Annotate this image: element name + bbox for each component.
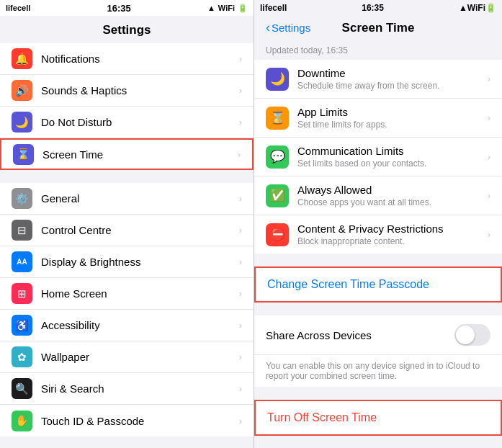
- notifications-chevron: ›: [239, 53, 242, 64]
- siri-chevron: ›: [239, 383, 242, 394]
- right-row-alwaysallowed[interactable]: ✅ Always Allowed Choose apps you want at…: [254, 176, 502, 215]
- applimits-title: App Limits: [297, 106, 488, 118]
- settings-row-display[interactable]: AA Display & Brightness ›: [0, 246, 254, 278]
- back-label: Settings: [272, 22, 310, 34]
- sounds-icon: 🔊: [12, 80, 32, 101]
- applimits-content: App Limits Set time limits for apps.: [297, 106, 488, 130]
- wallpaper-label: Wallpaper: [41, 351, 239, 363]
- touchid-label: Touch ID & Passcode: [41, 415, 239, 427]
- downtime-subtitle: Schedule time away from the screen.: [297, 81, 488, 91]
- controlcentre-label: Control Centre: [41, 224, 239, 236]
- contentprivacy-subtitle: Block inappropriate content.: [297, 236, 488, 246]
- siri-label: Siri & Search: [41, 382, 239, 395]
- screen-time-items-section: 🌙 Downtime Schedule time away from the s…: [254, 60, 502, 254]
- settings-row-homescreen[interactable]: ⊞ Home Screen ›: [0, 278, 254, 310]
- donotdisturb-icon: 🌙: [12, 112, 32, 133]
- controlcentre-chevron: ›: [239, 225, 242, 236]
- siri-icon: 🔍: [12, 378, 32, 399]
- sounds-chevron: ›: [239, 85, 242, 96]
- updated-text: Updated today, 16:35: [254, 41, 502, 60]
- settings-row-donotdisturb[interactable]: 🌙 Do Not Disturb ›: [0, 107, 254, 138]
- back-button[interactable]: ‹ Settings: [266, 20, 310, 35]
- general-chevron: ›: [239, 193, 242, 204]
- accessibility-chevron: ›: [239, 320, 242, 331]
- settings-row-wallpaper[interactable]: ✿ Wallpaper ›: [0, 341, 254, 373]
- contentprivacy-content: Content & Privacy Restrictions Block ina…: [297, 223, 488, 246]
- alwaysallowed-content: Always Allowed Choose apps you want at a…: [297, 184, 488, 207]
- settings-row-notifications[interactable]: 🔔 Notifications ›: [0, 43, 254, 75]
- right-nav-bar: ‹ Settings Screen Time: [254, 16, 502, 41]
- wifi-icon: WiFi: [218, 4, 235, 12]
- applimits-icon: ⌛: [266, 107, 289, 130]
- settings-row-siri[interactable]: 🔍 Siri & Search ›: [0, 373, 254, 405]
- contentprivacy-icon: ⛔: [266, 223, 289, 246]
- alwaysallowed-icon: ✅: [266, 184, 289, 207]
- homescreen-icon: ⊞: [12, 283, 32, 304]
- left-status-bar: lifecell 16:35 ▲ WiFi 🔋: [0, 0, 254, 16]
- share-section: Share Across Devices You can enable this…: [254, 315, 502, 387]
- settings-row-sounds[interactable]: 🔊 Sounds & Haptics ›: [0, 75, 254, 107]
- donotdisturb-label: Do Not Disturb: [41, 116, 239, 128]
- touchid-chevron: ›: [239, 416, 242, 426]
- left-nav-title: Settings: [0, 16, 254, 43]
- turn-off-row[interactable]: Turn Off Screen Time: [254, 400, 502, 436]
- share-row: Share Across Devices: [254, 315, 502, 355]
- right-row-downtime[interactable]: 🌙 Downtime Schedule time away from the s…: [254, 60, 502, 99]
- commlimits-chevron: ›: [488, 151, 490, 162]
- wallpaper-chevron: ›: [239, 351, 242, 362]
- turn-off-label: Turn Off Screen Time: [267, 411, 377, 424]
- section-group-middle: ⚙️ General › ⊟ Control Centre › AA Displ…: [0, 183, 254, 436]
- right-row-applimits[interactable]: ⌛ App Limits Set time limits for apps. ›: [254, 99, 502, 138]
- screentime-label: Screen Time: [42, 148, 238, 161]
- battery-icon: 🔋: [238, 4, 248, 13]
- share-label: Share Across Devices: [266, 329, 454, 341]
- turnoff-section: Turn Off Screen Time: [254, 400, 502, 436]
- touchid-icon: ✋: [12, 411, 32, 431]
- donotdisturb-chevron: ›: [239, 117, 242, 127]
- homescreen-chevron: ›: [239, 288, 242, 299]
- display-icon: AA: [12, 251, 32, 272]
- commlimits-content: Communication Limits Set limits based on…: [297, 145, 488, 169]
- downtime-title: Downtime: [297, 67, 488, 79]
- general-label: General: [41, 192, 239, 205]
- contentprivacy-title: Content & Privacy Restrictions: [297, 223, 488, 235]
- downtime-content: Downtime Schedule time away from the scr…: [297, 67, 488, 91]
- settings-row-accessibility[interactable]: ♿ Accessibility ›: [0, 310, 254, 341]
- notifications-icon: 🔔: [12, 48, 32, 69]
- change-passcode-label: Change Screen Time Passcode: [267, 278, 429, 290]
- general-icon: ⚙️: [12, 188, 32, 209]
- left-status-icons: ▲ WiFi 🔋: [207, 4, 248, 13]
- share-desc: You can enable this on any device signed…: [254, 355, 502, 387]
- alwaysallowed-title: Always Allowed: [297, 184, 488, 196]
- commlimits-subtitle: Set limits based on your contacts.: [297, 158, 488, 169]
- change-passcode-row[interactable]: Change Screen Time Passcode: [254, 266, 502, 303]
- accessibility-icon: ♿: [12, 315, 32, 336]
- section-spacer-1: [0, 170, 254, 183]
- right-nav-title: Screen Time: [342, 21, 415, 35]
- commlimits-title: Communication Limits: [297, 145, 488, 157]
- right-row-contentprivacy[interactable]: ⛔ Content & Privacy Restrictions Block i…: [254, 215, 502, 254]
- back-chevron-icon: ‹: [266, 20, 270, 35]
- settings-list: 🔔 Notifications › 🔊 Sounds & Haptics › 🌙…: [0, 43, 254, 448]
- left-title-text: Settings: [102, 23, 151, 37]
- signal-icon: ▲: [207, 4, 215, 12]
- right-row-commlimits[interactable]: 💬 Communication Limits Set limits based …: [254, 138, 502, 176]
- left-carrier: lifecell: [6, 4, 30, 12]
- commlimits-icon: 💬: [266, 145, 289, 169]
- alwaysallowed-subtitle: Choose apps you want at all times.: [297, 197, 488, 207]
- alwaysallowed-chevron: ›: [488, 190, 490, 201]
- left-time: 16:35: [107, 3, 130, 14]
- right-carrier: lifecell: [260, 3, 287, 13]
- settings-row-general[interactable]: ⚙️ General ›: [0, 183, 254, 215]
- settings-row-touchid[interactable]: ✋ Touch ID & Passcode ›: [0, 405, 254, 436]
- sounds-label: Sounds & Haptics: [41, 84, 239, 97]
- settings-row-screentime[interactable]: ⌛ Screen Time ›: [0, 138, 254, 170]
- share-toggle[interactable]: [454, 324, 490, 346]
- wallpaper-icon: ✿: [12, 346, 32, 367]
- screentime-icon: ⌛: [13, 144, 34, 165]
- settings-row-controlcentre[interactable]: ⊟ Control Centre ›: [0, 215, 254, 246]
- passcode-section: Change Screen Time Passcode: [254, 266, 502, 303]
- controlcentre-icon: ⊟: [12, 220, 32, 241]
- applimits-chevron: ›: [488, 112, 490, 123]
- downtime-chevron: ›: [488, 73, 490, 84]
